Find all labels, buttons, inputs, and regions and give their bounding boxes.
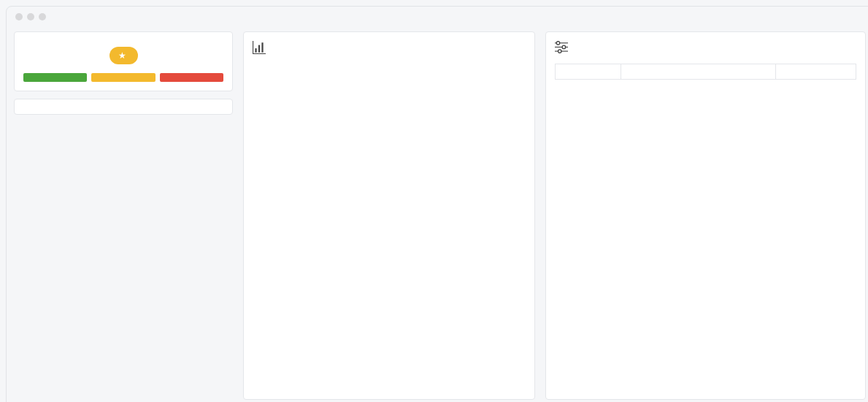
- svg-rect-2: [261, 42, 263, 53]
- team-stats-row: [23, 73, 223, 82]
- stat-rockstar[interactable]: [23, 73, 87, 82]
- col-result-areas[interactable]: [621, 64, 776, 80]
- app-window: ★: [6, 6, 868, 402]
- left-column: ★: [14, 31, 233, 400]
- chart-area: [253, 67, 526, 373]
- svg-rect-1: [258, 45, 260, 53]
- window-dot-3: [39, 13, 46, 20]
- chart-card: [243, 31, 535, 400]
- team-card: ★: [14, 31, 233, 91]
- chart-bars: [274, 71, 520, 353]
- chart-section-title: [253, 41, 526, 58]
- team-status-pill[interactable]: ★: [110, 47, 138, 64]
- result-table-header-row: [556, 64, 856, 80]
- window-dot-2: [27, 13, 34, 20]
- result-section-title: [555, 41, 856, 58]
- svg-rect-0: [255, 48, 256, 53]
- right-column: [545, 31, 866, 400]
- result-areas-card: [545, 31, 866, 400]
- stat-adequate[interactable]: [91, 73, 155, 82]
- sliders-icon: [555, 41, 568, 58]
- stat-needs-help[interactable]: [160, 73, 223, 82]
- content-area: ★: [7, 27, 868, 402]
- people-card: [14, 99, 233, 115]
- window-dot-1: [15, 13, 23, 20]
- middle-column: [243, 31, 535, 400]
- col-avg-score[interactable]: [556, 64, 621, 80]
- svg-point-6: [556, 42, 560, 45]
- bar-chart-icon: [253, 41, 266, 58]
- window-titlebar: [7, 7, 868, 27]
- svg-point-7: [562, 45, 566, 49]
- result-table: [555, 64, 856, 80]
- col-review[interactable]: [776, 64, 856, 80]
- star-icon: ★: [118, 50, 126, 61]
- svg-point-8: [558, 50, 562, 53]
